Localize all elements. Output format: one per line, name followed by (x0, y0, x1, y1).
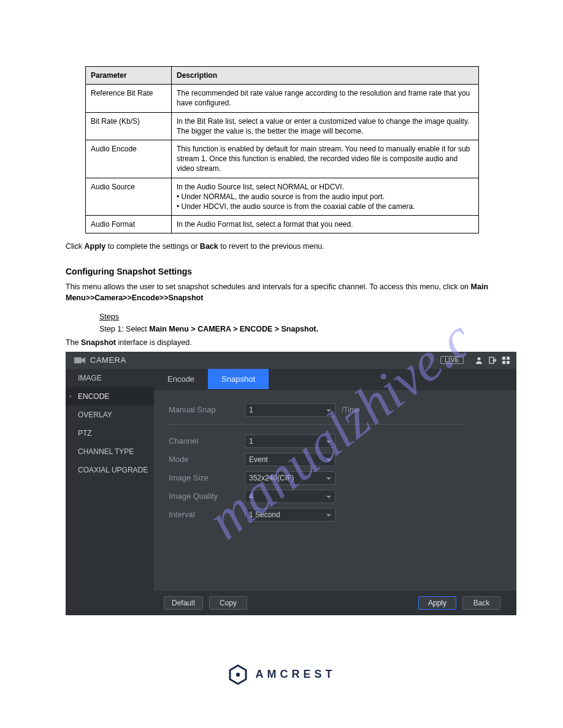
default-button[interactable]: Default (164, 596, 203, 610)
titlebar: CAMERA LIVE (66, 352, 516, 369)
select-channel[interactable]: 1 (245, 434, 335, 448)
apply-back-note: Click Apply to complete the settings or … (66, 242, 495, 251)
td-param: Audio Source (86, 178, 172, 216)
row-interval: Interval 1 Second (169, 506, 502, 524)
parameters-table-wrap: Parameter Description Reference Bit Rate… (85, 66, 478, 233)
txt: interface is displayed. (116, 338, 192, 347)
svg-rect-6 (502, 361, 505, 364)
label-channel: Channel (169, 436, 245, 446)
divider (169, 424, 463, 425)
select-image-quality[interactable]: 4 (245, 490, 335, 503)
td-desc: In the Audio Source list, select NORMAL … (172, 178, 479, 216)
table-row: Reference Bit Rate The recommended bit r… (86, 85, 479, 112)
sidebar-item-channel-type[interactable]: CHANNEL TYPE (66, 442, 154, 461)
td-desc: In the Audio Format list, select a forma… (172, 216, 479, 233)
select-value: 352x240(CIF) (249, 474, 294, 482)
select-value: 1 Second (249, 510, 280, 519)
select-image-size[interactable]: 352x240(CIF) (245, 471, 335, 485)
txt: Click (66, 242, 85, 251)
parameters-table: Parameter Description Reference Bit Rate… (85, 66, 479, 233)
steps-heading: Steps (99, 313, 563, 321)
window-title: CAMERA (90, 355, 126, 365)
td-desc: This function is enabled by default for … (172, 140, 479, 178)
svg-rect-4 (502, 357, 505, 360)
label-mode: Mode (169, 455, 245, 464)
txt: Select (126, 325, 149, 333)
label-interval: Interval (169, 510, 245, 519)
app-body: IMAGE ›ENCODE OVERLAY PTZ CHANNEL TYPE C… (66, 369, 516, 615)
sidebar-item-image[interactable]: IMAGE (66, 369, 154, 387)
step-number: Step 1: (99, 325, 126, 333)
camera-app-window: CAMERA LIVE IMAGE ›ENCODE OVERLAY PTZ CH… (66, 352, 516, 615)
row-image-size: Image Size 352x240(CIF) (169, 469, 502, 487)
table-row: Audio Source In the Audio Source list, s… (86, 178, 479, 216)
select-value: Event (249, 455, 268, 464)
svg-rect-1 (74, 357, 82, 363)
select-mode[interactable]: Event (245, 453, 335, 466)
user-icon[interactable] (475, 356, 483, 365)
th-parameter: Parameter (86, 67, 172, 85)
td-desc: In the Bit Rate list, select a value or … (172, 112, 479, 140)
sidebar-item-overlay[interactable]: OVERLAY (66, 406, 154, 424)
brand-logo: AMCREST (205, 664, 358, 685)
sidebar-item-encode[interactable]: ›ENCODE (66, 387, 154, 406)
caret-icon: › (69, 393, 71, 400)
label-image-size: Image Size (169, 473, 245, 482)
tab-encode[interactable]: Encode (154, 369, 208, 389)
amcrest-hex-icon (228, 664, 248, 685)
menu-path: Main Menu > CAMERA > ENCODE > Snapshot. (149, 325, 318, 333)
label-manual-snap: Manual Snap (169, 405, 245, 414)
sidebar-item-label: ENCODE (78, 392, 109, 401)
live-badge: LIVE (440, 356, 464, 364)
td-param: Reference Bit Rate (86, 85, 172, 112)
section-heading: Configuring Snapshot Settings (66, 267, 563, 276)
table-row: Audio Format In the Audio Format list, s… (86, 216, 479, 233)
camera-icon (74, 357, 85, 364)
td-param: Audio Encode (86, 140, 172, 178)
snapshot-form: Manual Snap 1 /Time Channel 1 Mode Event… (154, 390, 516, 591)
main-pane: Encode Snapshot Manual Snap 1 /Time Chan… (154, 369, 516, 615)
select-interval[interactable]: 1 Second (245, 508, 335, 521)
back-button[interactable]: Back (462, 596, 500, 610)
tab-snapshot[interactable]: Snapshot (208, 369, 269, 389)
td-param: Bit Rate (Kb/S) (86, 112, 172, 140)
svg-point-9 (236, 672, 239, 676)
apply-word: Apply (85, 242, 106, 251)
svg-point-2 (478, 357, 481, 360)
grid-icon[interactable] (502, 356, 510, 365)
txt: This menu allows the user to set snapsho… (66, 282, 469, 291)
row-mode: Mode Event (169, 450, 502, 469)
td-param: Audio Format (86, 216, 172, 233)
table-row: Audio Encode This function is enabled by… (86, 140, 479, 178)
substep: The Snapshot interface is displayed. (66, 338, 495, 347)
tab-bar: Encode Snapshot (154, 369, 516, 390)
brand-name: AMCREST (256, 668, 336, 681)
row-manual-snap: Manual Snap 1 /Time (169, 401, 502, 419)
txt: The (66, 338, 81, 347)
button-bar: Default Copy Apply Back (154, 591, 516, 615)
suffix-time: /Time (342, 406, 360, 414)
row-channel: Channel 1 (169, 432, 502, 450)
td-desc: The recommended bit rate value range acc… (172, 85, 479, 112)
apply-button[interactable]: Apply (418, 596, 456, 610)
label-image-quality: Image Quality (169, 491, 245, 501)
select-value: 1 (249, 437, 253, 446)
table-head-row: Parameter Description (86, 67, 479, 85)
sidebar: IMAGE ›ENCODE OVERLAY PTZ CHANNEL TYPE C… (66, 369, 154, 615)
svg-rect-7 (507, 361, 510, 364)
snapshot-word: Snapshot (81, 338, 116, 347)
select-value: 4 (249, 492, 253, 501)
th-description: Description (172, 67, 479, 85)
back-word: Back (200, 242, 218, 251)
sidebar-item-ptz[interactable]: PTZ (66, 424, 154, 442)
step-1: Step 1: Select Main Menu > CAMERA > ENCO… (99, 325, 492, 333)
sidebar-item-coaxial-upgrade[interactable]: COAXIAL UPGRADE (66, 461, 154, 479)
txt: to revert to the previous menu. (218, 242, 324, 251)
table-row: Bit Rate (Kb/S) In the Bit Rate list, se… (86, 112, 479, 140)
svg-rect-5 (507, 357, 510, 360)
logout-icon[interactable] (488, 356, 497, 365)
row-image-quality: Image Quality 4 (169, 487, 502, 506)
copy-button[interactable]: Copy (209, 596, 247, 610)
select-value: 1 (249, 406, 253, 414)
select-manual-snap[interactable]: 1 (245, 403, 335, 417)
